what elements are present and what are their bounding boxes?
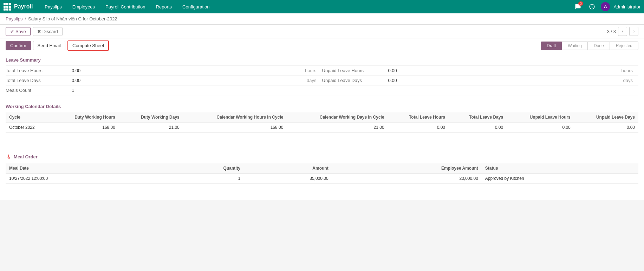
breadcrumb-parent[interactable]: Payslips — [6, 16, 22, 21]
unpaid-leave-days-row: Unpaid Leave Days 0.00 days — [322, 76, 639, 86]
compute-sheet-button[interactable]: Compute Sheet — [67, 40, 109, 51]
table-row[interactable]: 10/27/2022 12:00:00 1 35,000.00 20,000.0… — [6, 174, 638, 184]
cell-duty-hours: 168.00 — [52, 122, 119, 133]
leave-summary-left: Total Leave Hours 0.00 hours Total Leave… — [6, 66, 322, 86]
cell-employee-amount: 20,000.00 — [332, 174, 482, 184]
app-name: Payroll — [14, 4, 33, 10]
breadcrumb-separator: / — [25, 16, 26, 21]
nav-payroll-contribution[interactable]: Payroll Contribution — [101, 0, 149, 13]
col-total-leave-hours: Total Leave Hours — [388, 112, 449, 122]
pagination-area: 3 / 3 ‹ › — [607, 27, 638, 36]
status-steps: Draft Waiting Done Rejected — [541, 42, 638, 50]
grid-icon — [4, 3, 11, 11]
col-cycle: Cycle — [6, 112, 52, 122]
unpaid-leave-hours-row: Unpaid Leave Hours 0.00 hours — [322, 66, 639, 76]
record-toolbar: ✔ Save ✖ Discard 3 / 3 ‹ › — [0, 25, 644, 38]
cell-status: Approved by Kitchen — [482, 174, 638, 184]
empty-row — [6, 133, 638, 143]
leave-summary-header: Leave Summary — [6, 53, 638, 65]
total-leave-days-value: 0.00 — [69, 78, 307, 83]
cell-meal-date: 10/27/2022 12:00:00 — [6, 174, 162, 184]
topnav-right: 3 A Administrator — [573, 1, 640, 12]
cell-unpaid-leave-days: 0.00 — [574, 122, 638, 133]
app-brand[interactable]: Payroll — [4, 3, 33, 11]
cell-quantity: 1 — [162, 174, 244, 184]
cell-cal-hours: 168.00 — [183, 122, 287, 133]
action-bar: Confirm Send Email Compute Sheet Draft W… — [0, 38, 644, 53]
prev-record-button[interactable]: ‹ — [618, 27, 627, 36]
col-total-leave-days: Total Leave Days — [449, 112, 507, 122]
total-leave-hours-row: Total Leave Hours 0.00 hours — [6, 66, 322, 76]
checkmark-icon: ✔ — [10, 29, 14, 34]
status-draft[interactable]: Draft — [541, 42, 562, 50]
col-cal-hours: Calendar Working Hours in Cycle — [183, 112, 287, 122]
next-record-button[interactable]: › — [629, 27, 638, 36]
status-waiting[interactable]: Waiting — [562, 42, 588, 50]
nav-payslips[interactable]: Payslips — [40, 0, 66, 13]
cell-amount: 35,000.00 — [244, 174, 332, 184]
nav-employees[interactable]: Employees — [68, 0, 99, 13]
table-row[interactable]: October 2022 168.00 21.00 168.00 21.00 0… — [6, 122, 638, 133]
breadcrumb-current: Salary Slip of Nhân viên C for October-2… — [28, 16, 117, 21]
cell-cal-days: 21.00 — [287, 122, 388, 133]
total-leave-days-row: Total Leave Days 0.00 days — [6, 76, 322, 86]
meals-count-row: Meals Count 1 — [6, 86, 638, 95]
meals-count-value: 1 — [69, 88, 638, 93]
working-calendar-header: Working Calendar Details — [6, 100, 638, 112]
cell-unpaid-leave-hours: 0.00 — [507, 122, 574, 133]
col-employee-amount: Employee Amount — [332, 163, 482, 174]
messages-icon-btn[interactable]: 3 — [573, 1, 583, 12]
cell-cycle: October 2022 — [6, 122, 52, 133]
nav-configuration[interactable]: Configuration — [178, 0, 214, 13]
save-button[interactable]: ✔ Save — [6, 27, 31, 36]
col-duty-hours: Duty Working Hours — [52, 112, 119, 122]
empty-row — [6, 184, 638, 194]
main-content: Leave Summary Total Leave Hours 0.00 hou… — [0, 53, 644, 200]
col-amount: Amount — [244, 163, 332, 174]
col-cal-days: Calendar Working Days in Cycle — [287, 112, 388, 122]
meal-order-section: ↘ Meal Order Meal Date Quantity Amount E… — [6, 143, 638, 194]
breadcrumb: Payslips / Salary Slip of Nhân viên C fo… — [0, 13, 644, 25]
meal-order-header-area: ↘ Meal Order — [6, 152, 638, 163]
total-leave-hours-value: 0.00 — [69, 68, 305, 73]
col-unpaid-leave-days: Unpaid Leave Days — [574, 112, 638, 122]
status-rejected[interactable]: Rejected — [610, 42, 638, 50]
leave-summary-grid: Total Leave Hours 0.00 hours Total Leave… — [6, 65, 638, 86]
unpaid-leave-hours-value: 0.00 — [385, 68, 622, 73]
col-duty-days: Duty Working Days — [119, 112, 183, 122]
total-leave-hours-label: Total Leave Hours — [6, 68, 69, 73]
discard-button[interactable]: ✖ Discard — [33, 27, 63, 36]
nav-reports[interactable]: Reports — [152, 0, 176, 13]
send-email-button[interactable]: Send Email — [33, 41, 65, 50]
unpaid-leave-days-label: Unpaid Leave Days — [322, 78, 385, 83]
unpaid-leave-days-unit: days — [623, 78, 638, 83]
cell-total-leave-hours: 0.00 — [388, 122, 449, 133]
admin-label: Administrator — [613, 4, 640, 10]
meal-order-header-row: Meal Date Quantity Amount Employee Amoun… — [6, 163, 638, 174]
status-done[interactable]: Done — [588, 42, 610, 50]
col-unpaid-leave-hours: Unpaid Leave Hours — [507, 112, 574, 122]
working-calendar-table: Cycle Duty Working Hours Duty Working Da… — [6, 112, 638, 143]
col-meal-date: Meal Date — [6, 163, 162, 174]
confirm-button[interactable]: Confirm — [6, 41, 31, 50]
total-leave-days-label: Total Leave Days — [6, 78, 69, 83]
unpaid-leave-hours-unit: hours — [621, 68, 638, 73]
cell-duty-days: 21.00 — [119, 122, 183, 133]
arrow-indicator-icon: ↘ — [4, 151, 13, 161]
col-status: Status — [482, 163, 638, 174]
unpaid-leave-days-value: 0.00 — [385, 78, 623, 83]
leave-summary-right: Unpaid Leave Hours 0.00 hours Unpaid Lea… — [322, 66, 639, 86]
clock-icon-btn[interactable] — [587, 1, 597, 12]
top-navigation: Payroll Payslips Employees Payroll Contr… — [0, 0, 644, 13]
message-badge: 3 — [578, 1, 583, 6]
meals-count-label: Meals Count — [6, 88, 69, 93]
meal-order-title[interactable]: Meal Order — [14, 154, 38, 159]
pagination-text: 3 / 3 — [607, 29, 616, 34]
col-quantity: Quantity — [162, 163, 244, 174]
unpaid-leave-hours-label: Unpaid Leave Hours — [322, 68, 385, 73]
working-calendar-header-row: Cycle Duty Working Hours Duty Working Da… — [6, 112, 638, 122]
avatar[interactable]: A — [601, 2, 610, 11]
meal-order-table: Meal Date Quantity Amount Employee Amoun… — [6, 163, 638, 194]
total-leave-hours-unit: hours — [305, 68, 322, 73]
close-icon: ✖ — [37, 29, 41, 34]
